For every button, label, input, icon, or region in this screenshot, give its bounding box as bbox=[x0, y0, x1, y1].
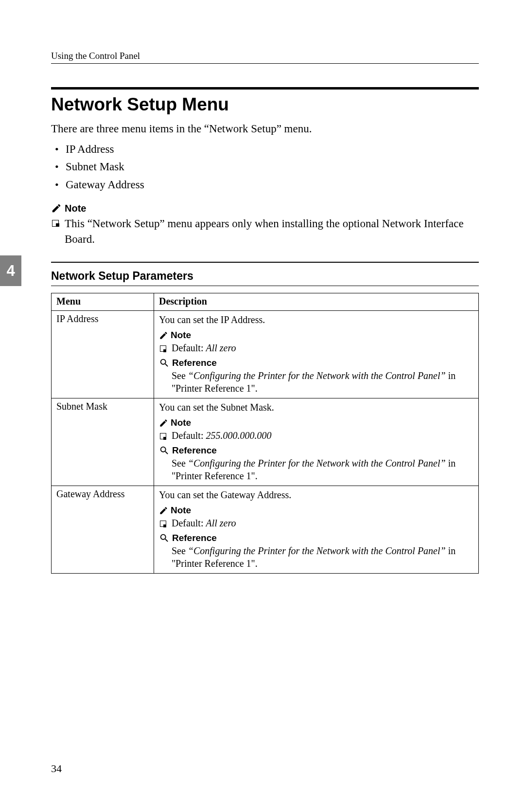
page-content: Using the Control Panel Network Setup Me… bbox=[0, 0, 525, 812]
menu-items-list: IP Address Subnet Mask Gateway Address bbox=[51, 141, 479, 194]
default-value: Default: 255.000.000.000 bbox=[159, 430, 473, 441]
subsection-title: Network Setup Parameters bbox=[51, 270, 479, 283]
subsection-rule-top bbox=[51, 262, 479, 263]
table-header-row: Menu Description bbox=[52, 293, 479, 311]
page-number: 34 bbox=[51, 762, 62, 775]
note-body: This “Network Setup” menu appears only w… bbox=[65, 217, 464, 245]
ref-text: See “Configuring the Printer for the Net… bbox=[159, 369, 473, 395]
default-prefix: Default: bbox=[172, 343, 206, 353]
list-item: IP Address bbox=[51, 141, 479, 159]
note-label: Note bbox=[171, 330, 191, 341]
table-row: Subnet Mask You can set the Subnet Mask.… bbox=[52, 398, 479, 486]
ref-label: Reference bbox=[172, 533, 217, 543]
cell-desc: You can set the Subnet Mask. Note Defaul… bbox=[154, 398, 478, 486]
default-val: All zero bbox=[206, 518, 236, 528]
ref-title: “Configuring the Printer for the Network… bbox=[188, 458, 446, 469]
square-bullet-icon bbox=[160, 345, 166, 352]
square-bullet-icon bbox=[52, 220, 59, 227]
cell-menu: Subnet Mask bbox=[52, 398, 154, 486]
note-text: This “Network Setup” menu appears only w… bbox=[51, 216, 479, 247]
ref-see: See bbox=[172, 458, 188, 469]
table-row: Gateway Address You can set the Gateway … bbox=[52, 486, 479, 574]
ref-see: See bbox=[172, 545, 188, 556]
pencil-icon bbox=[159, 331, 168, 340]
col-header-desc: Description bbox=[154, 293, 478, 311]
magnify-icon bbox=[159, 358, 170, 368]
running-header: Using the Control Panel bbox=[51, 51, 479, 61]
default-prefix: Default: bbox=[172, 518, 206, 528]
ref-title: “Configuring the Printer for the Network… bbox=[188, 545, 446, 556]
cell-ref-header: Reference bbox=[159, 533, 473, 543]
note-label: Note bbox=[171, 417, 191, 428]
desc-text: You can set the Subnet Mask. bbox=[159, 401, 473, 414]
desc-text: You can set the IP Address. bbox=[159, 313, 473, 326]
list-item: Gateway Address bbox=[51, 176, 479, 194]
intro-text: There are three menu items in the “Netwo… bbox=[51, 121, 479, 138]
default-prefix: Default: bbox=[172, 430, 206, 441]
cell-menu: Gateway Address bbox=[52, 486, 154, 574]
magnify-icon bbox=[159, 445, 170, 456]
cell-note-header: Note bbox=[159, 330, 473, 341]
note-header: Note bbox=[51, 203, 479, 214]
cell-ref-header: Reference bbox=[159, 358, 473, 368]
pencil-icon bbox=[159, 506, 168, 515]
params-table: Menu Description IP Address You can set … bbox=[51, 293, 479, 574]
subsection-rule-bottom bbox=[51, 286, 479, 286]
ref-see: See bbox=[172, 370, 188, 381]
cell-menu: IP Address bbox=[52, 311, 154, 398]
note-label: Note bbox=[171, 505, 191, 516]
header-rule bbox=[51, 63, 479, 64]
ref-label: Reference bbox=[172, 445, 217, 456]
default-value: Default: All zero bbox=[159, 518, 473, 529]
cell-desc: You can set the IP Address. Note Default… bbox=[154, 311, 478, 398]
cell-note-header: Note bbox=[159, 505, 473, 516]
ref-label: Reference bbox=[172, 358, 217, 368]
section-title: Network Setup Menu bbox=[51, 94, 479, 115]
col-header-menu: Menu bbox=[52, 293, 154, 311]
ref-text: See “Configuring the Printer for the Net… bbox=[159, 544, 473, 570]
cell-note-header: Note bbox=[159, 417, 473, 428]
note-label: Note bbox=[65, 203, 86, 214]
default-val: 255.000.000.000 bbox=[206, 430, 271, 441]
desc-text: You can set the Gateway Address. bbox=[159, 488, 473, 501]
pencil-icon bbox=[51, 203, 62, 214]
pencil-icon bbox=[159, 418, 168, 428]
cell-ref-header: Reference bbox=[159, 445, 473, 456]
ref-title: “Configuring the Printer for the Network… bbox=[188, 370, 446, 381]
section-rule bbox=[51, 87, 479, 90]
list-item: Subnet Mask bbox=[51, 158, 479, 176]
square-bullet-icon bbox=[160, 433, 166, 439]
ref-text: See “Configuring the Printer for the Net… bbox=[159, 457, 473, 482]
table-row: IP Address You can set the IP Address. N… bbox=[52, 311, 479, 398]
magnify-icon bbox=[159, 533, 170, 543]
square-bullet-icon bbox=[160, 521, 166, 527]
cell-desc: You can set the Gateway Address. Note De… bbox=[154, 486, 478, 574]
default-value: Default: All zero bbox=[159, 343, 473, 354]
default-val: All zero bbox=[206, 343, 236, 353]
